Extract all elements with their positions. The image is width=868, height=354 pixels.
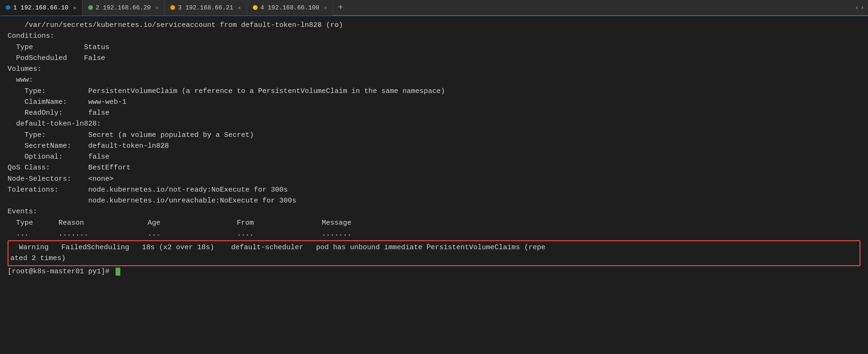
tab-nav-next[interactable]: › (860, 4, 864, 11)
tab-3-close[interactable]: ✕ (238, 5, 241, 11)
terminal-line-6: Type: PersistentVolumeClaim (a reference… (8, 86, 860, 97)
terminal-line-3: PodScheduled False (8, 53, 860, 64)
prompt-line: [root@k8s-master01 py1]# (8, 266, 860, 277)
tab-1-label: 1 192.168.66.10 (13, 4, 68, 11)
warning-line-2: ated 2 times) (10, 253, 858, 264)
terminal-line-1: Conditions: (8, 31, 860, 42)
terminal-line-14: Node-Selectors: <none> (8, 174, 860, 185)
prompt-text: [root@k8s-master01 py1]# (8, 266, 114, 277)
tab-1[interactable]: 1 192.168.66.10 ✕ (0, 0, 83, 16)
terminal-line-15: Tolerations: node.kubernetes.io/not-read… (8, 185, 860, 195)
terminal-line-13: QoS Class: BestEffort (8, 162, 860, 173)
terminal-line-20: ... ....... ... .... ....... (8, 228, 860, 239)
cursor (116, 268, 120, 276)
tab-4-close[interactable]: ✕ (324, 5, 327, 11)
warning-line-1: Warning FailedScheduling 18s (x2 over 18… (10, 242, 858, 253)
terminal-line-18: Events: (8, 206, 860, 217)
terminal-line-10: Type: Secret (a volume populated by a Se… (8, 130, 860, 141)
tab-3-dot (170, 5, 175, 10)
terminal-line-9: default-token-ln828: (8, 118, 860, 129)
warning-box: Warning FailedScheduling 18s (x2 over 18… (8, 240, 860, 266)
terminal-line-16: node.kubernetes.io/unreachable:NoExecute… (8, 195, 860, 206)
tab-3[interactable]: 3 192.168.66.21 ✕ (165, 0, 247, 16)
terminal-line-2: Type Status (8, 42, 860, 53)
terminal-line-0: /var/run/secrets/kubernetes.io/serviceac… (8, 20, 860, 31)
terminal-line-5: www: (8, 75, 860, 85)
tab-1-dot (6, 5, 10, 10)
tab-2-dot (88, 5, 93, 10)
tab-1-close[interactable]: ✕ (73, 5, 76, 11)
tab-4-dot (253, 5, 258, 10)
tab-2-close[interactable]: ✕ (156, 5, 159, 11)
tab-3-label: 3 192.168.66.21 (178, 4, 233, 11)
tab-4-label: 4 192.168.66.100 (260, 4, 319, 11)
tab-2-label: 2 192.168.66.20 (96, 4, 151, 11)
terminal-line-7: ClaimName: www-web-1 (8, 97, 860, 108)
terminal-content: /var/run/secrets/kubernetes.io/serviceac… (0, 16, 868, 354)
tab-4[interactable]: 4 192.168.66.100 ✕ (247, 0, 333, 16)
tab-nav: ‹ › (855, 4, 868, 11)
terminal-line-8: ReadOnly: false (8, 108, 860, 118)
terminal-line-12: Optional: false (8, 152, 860, 162)
new-tab-button[interactable]: + (333, 0, 348, 16)
tab-bar: 1 192.168.66.10 ✕ 2 192.168.66.20 ✕ 3 19… (0, 0, 868, 16)
terminal-line-4: Volumes: (8, 64, 860, 75)
tab-nav-prev[interactable]: ‹ (855, 4, 859, 11)
terminal-line-19: Type Reason Age From Message (8, 218, 860, 228)
terminal-line-11: SecretName: default-token-ln828 (8, 141, 860, 152)
tab-2[interactable]: 2 192.168.66.20 ✕ (83, 0, 165, 16)
